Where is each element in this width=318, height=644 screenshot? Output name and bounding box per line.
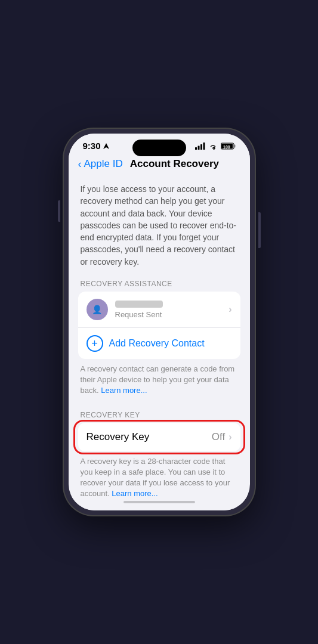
- svg-rect-2: [197, 145, 199, 150]
- signal-icon: [195, 143, 205, 150]
- recovery-key-footer: A recovery key is a 28-character code th…: [69, 451, 250, 496]
- add-icon: +: [87, 335, 103, 352]
- recovery-assistance-learn-more[interactable]: Learn more...: [101, 386, 147, 395]
- svg-rect-3: [200, 144, 202, 150]
- recovery-assistance-header: RECOVERY ASSISTANCE: [69, 277, 250, 292]
- wifi-icon: [208, 143, 218, 150]
- svg-text:100: 100: [223, 145, 230, 149]
- add-recovery-contact-label: Add Recovery Contact: [109, 338, 205, 349]
- chevron-right-icon: ›: [229, 304, 231, 315]
- back-chevron-icon: ‹: [78, 159, 82, 169]
- contact-info: Request Sent: [115, 301, 229, 319]
- recovery-assistance-card: 👤 Request Sent › + Add Recovery Contact: [78, 292, 240, 359]
- avatar-initials: 👤: [92, 305, 102, 314]
- svg-rect-1: [195, 147, 197, 150]
- recovery-contact-item[interactable]: 👤 Request Sent ›: [78, 292, 240, 327]
- svg-marker-0: [103, 143, 109, 149]
- recovery-key-header: RECOVERY KEY: [69, 408, 250, 423]
- back-button[interactable]: ‹ Apple ID: [78, 158, 123, 170]
- phone-frame: 9:30: [64, 129, 255, 515]
- recovery-key-card: Recovery Key Off ›: [78, 423, 240, 451]
- svg-rect-4: [203, 143, 205, 150]
- scroll-content[interactable]: If you lose access to your account, a re…: [69, 176, 250, 496]
- recovery-key-label: Recovery Key: [87, 431, 212, 443]
- svg-rect-6: [234, 144, 235, 147]
- description-text: If you lose access to your account, a re…: [69, 176, 250, 277]
- recovery-key-section: RECOVERY KEY Recovery Key Off › A recove…: [69, 408, 250, 496]
- battery-icon: 100: [221, 143, 236, 150]
- status-icons: 100: [195, 143, 236, 150]
- back-label[interactable]: Apple ID: [84, 158, 123, 170]
- dynamic-island: [132, 140, 186, 156]
- recovery-key-learn-more[interactable]: Learn more...: [112, 489, 158, 496]
- status-time: 9:30: [83, 141, 109, 151]
- description-body: If you lose access to your account, a re…: [81, 184, 237, 267]
- add-recovery-contact-item[interactable]: + Add Recovery Contact: [78, 327, 240, 359]
- avatar: 👤: [87, 299, 108, 320]
- contact-status: Request Sent: [115, 310, 229, 319]
- home-bar: [124, 501, 195, 503]
- recovery-key-value: Off: [212, 431, 225, 443]
- page-title: Account Recovery: [130, 158, 219, 170]
- contact-name-blurred: [115, 301, 163, 308]
- phone-screen: 9:30: [69, 134, 250, 510]
- time-label: 9:30: [83, 141, 101, 151]
- recovery-key-item[interactable]: Recovery Key Off ›: [78, 423, 240, 451]
- recovery-assistance-footer: A recovery contact can generate a code f…: [69, 359, 250, 406]
- navigation-bar: ‹ Apple ID Account Recovery: [69, 153, 250, 176]
- recovery-key-chevron-icon: ›: [229, 432, 231, 442]
- location-icon: [103, 143, 109, 149]
- home-indicator: [69, 496, 250, 510]
